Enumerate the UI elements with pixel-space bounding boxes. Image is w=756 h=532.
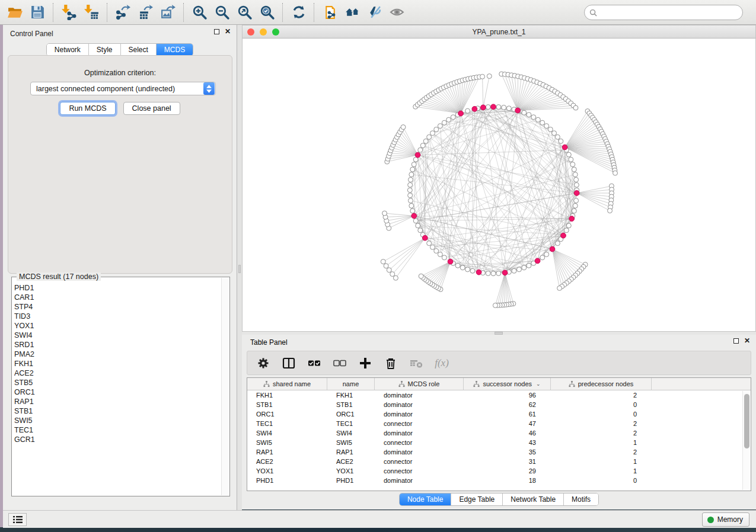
table-row[interactable]: SWI5SWI5connector431: [247, 438, 751, 447]
table-row[interactable]: YOX1YOX1connector291: [247, 466, 751, 476]
maximize-window-icon[interactable]: [272, 28, 279, 36]
cell-MCDS-role: dominator: [375, 448, 464, 456]
table-row[interactable]: ORC1ORC1dominator610: [247, 409, 751, 419]
cell-MCDS-role: connector: [375, 467, 464, 475]
close-table-panel-icon[interactable]: ✕: [744, 338, 750, 344]
tab-node-table[interactable]: Node Table: [400, 493, 452, 505]
mcds-result-item[interactable]: STB1: [14, 406, 221, 416]
search-input[interactable]: [597, 7, 742, 18]
cell-successor-nodes: 96: [464, 392, 551, 399]
minimize-window-icon[interactable]: [260, 28, 267, 36]
refresh-layout-button[interactable]: [287, 2, 310, 23]
delete-column-button[interactable]: [383, 355, 398, 371]
mcds-result-item[interactable]: PHD1: [14, 283, 221, 293]
zoom-selected-button[interactable]: [256, 2, 278, 23]
memory-button[interactable]: Memory: [702, 512, 749, 527]
search-box[interactable]: [584, 5, 743, 20]
tab-select[interactable]: Select: [121, 44, 157, 56]
cell-name: STB1: [327, 401, 375, 408]
mcds-result-item[interactable]: YOX1: [14, 321, 221, 331]
mcds-result-item[interactable]: ORC1: [14, 387, 221, 397]
zoom-out-button[interactable]: [210, 2, 233, 23]
tab-network[interactable]: Network: [47, 44, 89, 56]
mcds-result-item[interactable]: TEC1: [14, 425, 221, 435]
mcds-result-item[interactable]: RAP1: [14, 397, 221, 406]
cell-successor-nodes: 43: [464, 439, 551, 446]
network-window-titlebar[interactable]: YPA_prune.txt_1: [243, 25, 755, 39]
mcds-result-item[interactable]: CAR1: [14, 293, 221, 302]
style-preview-button[interactable]: [363, 2, 386, 23]
mcds-result-item[interactable]: TID3: [14, 312, 221, 321]
mcds-result-item[interactable]: ACE2: [14, 368, 221, 378]
task-history-button[interactable]: [8, 513, 27, 526]
mcds-result-item[interactable]: GCR1: [14, 435, 221, 444]
export-image-button[interactable]: [157, 2, 179, 23]
tab-style[interactable]: Style: [89, 44, 121, 56]
table-row[interactable]: RAP1RAP1dominator352: [247, 447, 751, 457]
tab-edge-table[interactable]: Edge Table: [451, 493, 503, 505]
dropdown-stepper-icon: [203, 82, 215, 95]
open-file-button[interactable]: [4, 2, 26, 23]
import-network-button[interactable]: [58, 2, 80, 23]
zoom-in-button[interactable]: [188, 2, 210, 23]
table-scrollbar[interactable]: [742, 391, 750, 490]
close-window-icon[interactable]: [247, 28, 254, 36]
column-header-shared-name[interactable]: shared name: [247, 378, 327, 390]
network-title: YPA_prune.txt_1: [473, 28, 526, 36]
select-all-button[interactable]: [307, 355, 322, 371]
cell-shared-name: RAP1: [247, 448, 327, 456]
column-header-MCDS-role[interactable]: MCDS role: [375, 378, 464, 390]
export-image-icon: [160, 4, 176, 20]
split-panes-button[interactable]: [281, 355, 296, 371]
mcds-result-item[interactable]: STP4: [14, 302, 221, 312]
table-options-gear-button[interactable]: [256, 355, 271, 371]
table-row[interactable]: ACE2ACE2connector311: [247, 457, 751, 466]
table-row[interactable]: FKH1FKH1dominator962: [247, 390, 751, 400]
column-header-successor-nodes[interactable]: successor nodes⌄: [464, 378, 551, 390]
table-row[interactable]: SWI4SWI4dominator462: [247, 428, 751, 438]
mcds-result-item[interactable]: SRD1: [14, 340, 221, 350]
task-list-icon: [13, 515, 23, 524]
mcds-result-item[interactable]: SWI5: [14, 416, 221, 425]
table-row[interactable]: STB1STB1dominator620: [247, 400, 751, 409]
tab-network-table[interactable]: Network Table: [503, 493, 564, 505]
add-column-button[interactable]: [358, 355, 373, 371]
network-canvas[interactable]: [243, 39, 755, 331]
zoom-in-icon: [192, 4, 208, 20]
criterion-dropdown[interactable]: largest connected component (undirected): [30, 82, 216, 95]
export-network-button[interactable]: [111, 2, 134, 23]
import-network-icon: [61, 4, 77, 20]
result-scrollbar[interactable]: [221, 278, 229, 495]
cell-predecessor-nodes: 1: [551, 439, 652, 446]
mcds-result-item[interactable]: FKH1: [14, 359, 221, 368]
mcds-result-title: MCDS result (17 nodes): [17, 273, 101, 281]
table-row[interactable]: PHD1PHD1dominator180: [247, 476, 751, 485]
column-header-predecessor-nodes[interactable]: predecessor nodes: [551, 378, 652, 390]
close-panel-button[interactable]: Close panel: [123, 102, 180, 115]
new-network-doc-button[interactable]: [318, 2, 341, 23]
close-panel-icon[interactable]: ✕: [225, 29, 231, 34]
unselect-all-button[interactable]: [332, 355, 347, 371]
run-mcds-button[interactable]: Run MCDS: [60, 102, 115, 115]
cell-successor-nodes: 35: [464, 448, 551, 456]
table-options-gear-icon: [257, 357, 270, 370]
vertical-splitter[interactable]: [237, 25, 242, 510]
show-details-eye-button[interactable]: [386, 2, 409, 23]
table-row[interactable]: TEC1TEC1connector472: [247, 419, 751, 428]
home-networks-button[interactable]: [341, 2, 363, 23]
tab-mcds[interactable]: MCDS: [157, 44, 193, 56]
float-panel-icon[interactable]: [214, 29, 219, 34]
import-table-button[interactable]: [80, 2, 103, 23]
cell-shared-name: ACE2: [247, 458, 327, 465]
mcds-result-item[interactable]: SWI4: [14, 331, 221, 340]
tab-motifs[interactable]: Motifs: [564, 493, 598, 505]
zoom-fit-button[interactable]: [233, 2, 256, 23]
export-table-button[interactable]: [134, 2, 157, 23]
add-column-icon: [359, 357, 372, 370]
column-header-name[interactable]: name: [327, 378, 375, 390]
table-selector-tabs: Node TableEdge TableNetwork TableMotifs: [399, 493, 599, 506]
mcds-result-item[interactable]: PMA2: [14, 350, 221, 359]
mcds-result-item[interactable]: STB5: [14, 378, 221, 387]
save-session-button[interactable]: [26, 2, 49, 23]
float-table-panel-icon[interactable]: [733, 338, 739, 344]
